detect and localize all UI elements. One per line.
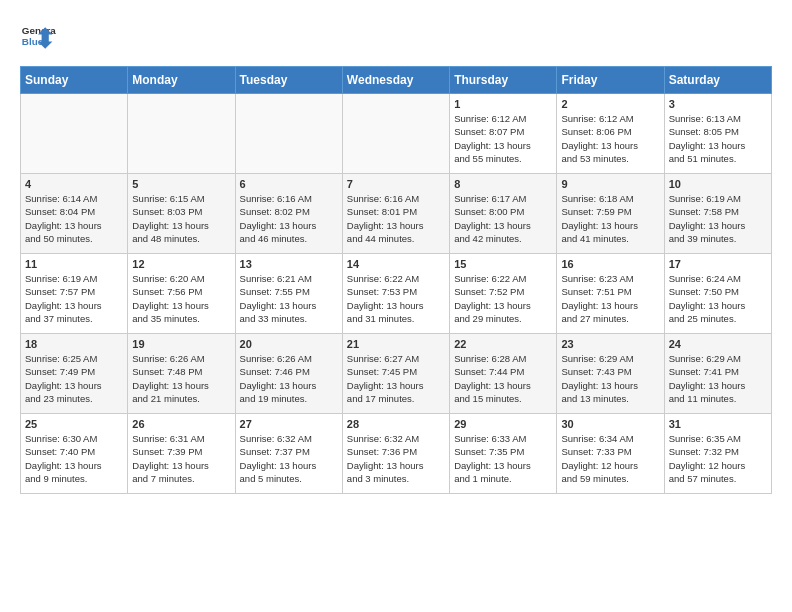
day-number: 22 xyxy=(454,338,552,350)
day-info: Sunrise: 6:13 AMSunset: 8:05 PMDaylight:… xyxy=(669,112,767,165)
calendar-cell: 12Sunrise: 6:20 AMSunset: 7:56 PMDayligh… xyxy=(128,254,235,334)
header-thursday: Thursday xyxy=(450,67,557,94)
day-info: Sunrise: 6:19 AMSunset: 7:58 PMDaylight:… xyxy=(669,192,767,245)
day-number: 31 xyxy=(669,418,767,430)
calendar-cell: 2Sunrise: 6:12 AMSunset: 8:06 PMDaylight… xyxy=(557,94,664,174)
calendar-cell: 25Sunrise: 6:30 AMSunset: 7:40 PMDayligh… xyxy=(21,414,128,494)
calendar-cell: 21Sunrise: 6:27 AMSunset: 7:45 PMDayligh… xyxy=(342,334,449,414)
day-info: Sunrise: 6:22 AMSunset: 7:53 PMDaylight:… xyxy=(347,272,445,325)
calendar-cell: 3Sunrise: 6:13 AMSunset: 8:05 PMDaylight… xyxy=(664,94,771,174)
day-number: 21 xyxy=(347,338,445,350)
header-friday: Friday xyxy=(557,67,664,94)
day-info: Sunrise: 6:15 AMSunset: 8:03 PMDaylight:… xyxy=(132,192,230,245)
svg-text:General: General xyxy=(22,25,56,36)
calendar-cell: 15Sunrise: 6:22 AMSunset: 7:52 PMDayligh… xyxy=(450,254,557,334)
day-number: 5 xyxy=(132,178,230,190)
day-number: 18 xyxy=(25,338,123,350)
calendar-cell: 5Sunrise: 6:15 AMSunset: 8:03 PMDaylight… xyxy=(128,174,235,254)
day-number: 14 xyxy=(347,258,445,270)
day-info: Sunrise: 6:26 AMSunset: 7:46 PMDaylight:… xyxy=(240,352,338,405)
header-sunday: Sunday xyxy=(21,67,128,94)
calendar-cell: 14Sunrise: 6:22 AMSunset: 7:53 PMDayligh… xyxy=(342,254,449,334)
day-number: 29 xyxy=(454,418,552,430)
day-info: Sunrise: 6:25 AMSunset: 7:49 PMDaylight:… xyxy=(25,352,123,405)
day-number: 9 xyxy=(561,178,659,190)
day-number: 12 xyxy=(132,258,230,270)
day-info: Sunrise: 6:12 AMSunset: 8:07 PMDaylight:… xyxy=(454,112,552,165)
week-row-5: 25Sunrise: 6:30 AMSunset: 7:40 PMDayligh… xyxy=(21,414,772,494)
calendar-cell: 11Sunrise: 6:19 AMSunset: 7:57 PMDayligh… xyxy=(21,254,128,334)
day-info: Sunrise: 6:18 AMSunset: 7:59 PMDaylight:… xyxy=(561,192,659,245)
day-info: Sunrise: 6:28 AMSunset: 7:44 PMDaylight:… xyxy=(454,352,552,405)
day-number: 15 xyxy=(454,258,552,270)
week-row-3: 11Sunrise: 6:19 AMSunset: 7:57 PMDayligh… xyxy=(21,254,772,334)
calendar-cell xyxy=(21,94,128,174)
day-info: Sunrise: 6:33 AMSunset: 7:35 PMDaylight:… xyxy=(454,432,552,485)
day-number: 25 xyxy=(25,418,123,430)
calendar-cell: 27Sunrise: 6:32 AMSunset: 7:37 PMDayligh… xyxy=(235,414,342,494)
day-info: Sunrise: 6:32 AMSunset: 7:37 PMDaylight:… xyxy=(240,432,338,485)
day-number: 7 xyxy=(347,178,445,190)
calendar-cell: 28Sunrise: 6:32 AMSunset: 7:36 PMDayligh… xyxy=(342,414,449,494)
calendar-cell: 13Sunrise: 6:21 AMSunset: 7:55 PMDayligh… xyxy=(235,254,342,334)
logo-icon: General Blue xyxy=(20,20,56,56)
calendar-cell: 6Sunrise: 6:16 AMSunset: 8:02 PMDaylight… xyxy=(235,174,342,254)
calendar-cell: 9Sunrise: 6:18 AMSunset: 7:59 PMDaylight… xyxy=(557,174,664,254)
calendar-cell xyxy=(235,94,342,174)
day-info: Sunrise: 6:32 AMSunset: 7:36 PMDaylight:… xyxy=(347,432,445,485)
day-info: Sunrise: 6:27 AMSunset: 7:45 PMDaylight:… xyxy=(347,352,445,405)
day-number: 16 xyxy=(561,258,659,270)
day-number: 4 xyxy=(25,178,123,190)
calendar-cell: 23Sunrise: 6:29 AMSunset: 7:43 PMDayligh… xyxy=(557,334,664,414)
day-info: Sunrise: 6:17 AMSunset: 8:00 PMDaylight:… xyxy=(454,192,552,245)
calendar-table: SundayMondayTuesdayWednesdayThursdayFrid… xyxy=(20,66,772,494)
calendar-cell xyxy=(342,94,449,174)
day-number: 24 xyxy=(669,338,767,350)
day-info: Sunrise: 6:29 AMSunset: 7:41 PMDaylight:… xyxy=(669,352,767,405)
day-info: Sunrise: 6:20 AMSunset: 7:56 PMDaylight:… xyxy=(132,272,230,325)
day-number: 23 xyxy=(561,338,659,350)
day-number: 17 xyxy=(669,258,767,270)
day-number: 27 xyxy=(240,418,338,430)
day-info: Sunrise: 6:26 AMSunset: 7:48 PMDaylight:… xyxy=(132,352,230,405)
day-info: Sunrise: 6:34 AMSunset: 7:33 PMDaylight:… xyxy=(561,432,659,485)
calendar-cell: 4Sunrise: 6:14 AMSunset: 8:04 PMDaylight… xyxy=(21,174,128,254)
day-info: Sunrise: 6:12 AMSunset: 8:06 PMDaylight:… xyxy=(561,112,659,165)
day-number: 28 xyxy=(347,418,445,430)
day-number: 8 xyxy=(454,178,552,190)
logo: General Blue xyxy=(20,20,56,56)
calendar-cell: 19Sunrise: 6:26 AMSunset: 7:48 PMDayligh… xyxy=(128,334,235,414)
day-info: Sunrise: 6:19 AMSunset: 7:57 PMDaylight:… xyxy=(25,272,123,325)
header-monday: Monday xyxy=(128,67,235,94)
calendar-header-row: SundayMondayTuesdayWednesdayThursdayFrid… xyxy=(21,67,772,94)
calendar-cell: 17Sunrise: 6:24 AMSunset: 7:50 PMDayligh… xyxy=(664,254,771,334)
calendar-cell: 22Sunrise: 6:28 AMSunset: 7:44 PMDayligh… xyxy=(450,334,557,414)
calendar-cell: 24Sunrise: 6:29 AMSunset: 7:41 PMDayligh… xyxy=(664,334,771,414)
day-number: 13 xyxy=(240,258,338,270)
day-info: Sunrise: 6:30 AMSunset: 7:40 PMDaylight:… xyxy=(25,432,123,485)
day-info: Sunrise: 6:16 AMSunset: 8:01 PMDaylight:… xyxy=(347,192,445,245)
calendar-cell: 29Sunrise: 6:33 AMSunset: 7:35 PMDayligh… xyxy=(450,414,557,494)
day-info: Sunrise: 6:23 AMSunset: 7:51 PMDaylight:… xyxy=(561,272,659,325)
header-saturday: Saturday xyxy=(664,67,771,94)
calendar-cell: 26Sunrise: 6:31 AMSunset: 7:39 PMDayligh… xyxy=(128,414,235,494)
day-number: 26 xyxy=(132,418,230,430)
day-info: Sunrise: 6:21 AMSunset: 7:55 PMDaylight:… xyxy=(240,272,338,325)
calendar-cell: 10Sunrise: 6:19 AMSunset: 7:58 PMDayligh… xyxy=(664,174,771,254)
day-number: 30 xyxy=(561,418,659,430)
day-number: 11 xyxy=(25,258,123,270)
week-row-1: 1Sunrise: 6:12 AMSunset: 8:07 PMDaylight… xyxy=(21,94,772,174)
day-number: 6 xyxy=(240,178,338,190)
day-info: Sunrise: 6:31 AMSunset: 7:39 PMDaylight:… xyxy=(132,432,230,485)
day-number: 20 xyxy=(240,338,338,350)
calendar-cell: 18Sunrise: 6:25 AMSunset: 7:49 PMDayligh… xyxy=(21,334,128,414)
calendar-cell xyxy=(128,94,235,174)
day-info: Sunrise: 6:22 AMSunset: 7:52 PMDaylight:… xyxy=(454,272,552,325)
calendar-cell: 30Sunrise: 6:34 AMSunset: 7:33 PMDayligh… xyxy=(557,414,664,494)
day-number: 19 xyxy=(132,338,230,350)
calendar-cell: 16Sunrise: 6:23 AMSunset: 7:51 PMDayligh… xyxy=(557,254,664,334)
day-number: 1 xyxy=(454,98,552,110)
calendar-cell: 8Sunrise: 6:17 AMSunset: 8:00 PMDaylight… xyxy=(450,174,557,254)
header-tuesday: Tuesday xyxy=(235,67,342,94)
day-number: 3 xyxy=(669,98,767,110)
